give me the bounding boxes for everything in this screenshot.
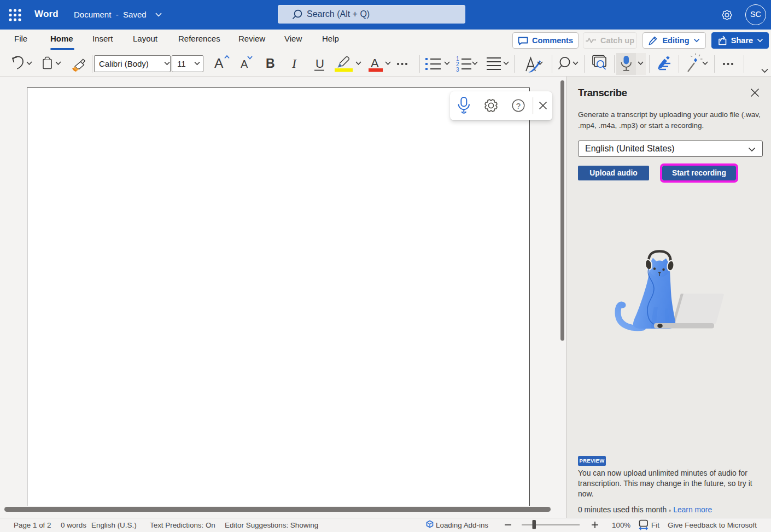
svg-text:?: ? (516, 101, 521, 110)
svg-text:U: U (316, 57, 324, 71)
svg-text:A: A (214, 56, 224, 71)
svg-text:3: 3 (456, 67, 459, 73)
svg-text:A: A (241, 58, 248, 70)
svg-text:B: B (266, 56, 275, 71)
svg-text:A: A (371, 56, 379, 70)
svg-text:I: I (291, 56, 297, 71)
